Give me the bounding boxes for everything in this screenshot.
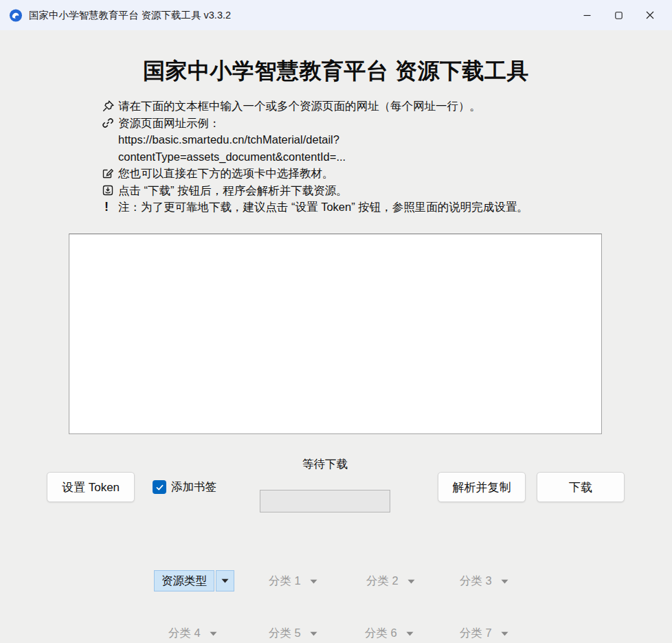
instruction-text: 您也可以直接在下方的选项卡中选择教材。 bbox=[118, 165, 334, 182]
close-button[interactable] bbox=[634, 0, 666, 30]
instruction-text: 资源页面网址示例： bbox=[118, 115, 221, 132]
chevron-down-icon bbox=[210, 631, 217, 636]
instruction-text: 点击 “下载” 按钮后，程序会解析并下载资源。 bbox=[118, 182, 348, 199]
instruction-line: ! 注：为了更可靠地下载，建议点击 “设置 Token” 按钮，参照里面的说明完… bbox=[102, 199, 596, 216]
dropdown-resource-type[interactable]: 资源类型 bbox=[154, 570, 234, 591]
dropdown-category-7-label: 分类 7 bbox=[460, 626, 492, 641]
instruction-line: https://basic.smartedu.cn/tchMaterial/de… bbox=[102, 131, 596, 148]
bookmark-option[interactable]: 添加书签 bbox=[153, 480, 216, 495]
app-window: 国家中小学智慧教育平台 资源下载工具 v3.3.2 国家中小学智慧教育平台 资源… bbox=[0, 0, 672, 643]
instruction-line: 请在下面的文本框中输入一个或多个资源页面的网址（每个网址一行）。 bbox=[102, 98, 596, 115]
example-url-text: contentType=assets_document&contentId=..… bbox=[118, 148, 346, 166]
chevron-down-icon bbox=[501, 579, 508, 584]
exclamation-icon: ! bbox=[102, 199, 118, 215]
dropdown-category-1-label: 分类 1 bbox=[269, 574, 301, 589]
no-icon bbox=[102, 148, 118, 165]
window-title: 国家中小学智慧教育平台 资源下载工具 v3.3.2 bbox=[29, 9, 231, 22]
dropdown-category-2[interactable]: 分类 2 bbox=[366, 573, 415, 589]
dropdown-category-2-label: 分类 2 bbox=[366, 574, 399, 589]
chevron-down-icon bbox=[310, 579, 317, 584]
dropdown-category-5-label: 分类 5 bbox=[269, 626, 301, 641]
app-logo-icon bbox=[9, 8, 23, 23]
no-icon bbox=[102, 131, 118, 148]
dropdown-category-1[interactable]: 分类 1 bbox=[269, 573, 317, 589]
dropdown-category-7[interactable]: 分类 7 bbox=[460, 625, 508, 642]
url-textarea[interactable] bbox=[69, 234, 602, 434]
chevron-down-icon bbox=[407, 579, 415, 584]
instruction-text: 注：为了更可靠地下载，建议点击 “设置 Token” 按钮，参照里面的说明完成设… bbox=[118, 199, 528, 216]
status-label: 等待下载 bbox=[260, 457, 390, 472]
link-icon bbox=[102, 115, 118, 131]
bookmark-checkbox[interactable] bbox=[153, 480, 166, 494]
download-progressbar bbox=[260, 490, 390, 512]
dropdown-category-6-label: 分类 6 bbox=[365, 626, 397, 641]
chevron-down-icon bbox=[501, 631, 508, 636]
dropdown-category-4-label: 分类 4 bbox=[168, 626, 201, 641]
instruction-text: 请在下面的文本框中输入一个或多个资源页面的网址（每个网址一行）。 bbox=[118, 98, 481, 115]
instruction-line: 点击 “下载” 按钮后，程序会解析并下载资源。 bbox=[102, 182, 596, 199]
chevron-down-icon[interactable] bbox=[216, 570, 234, 591]
page-title: 国家中小学智慧教育平台 资源下载工具 bbox=[0, 56, 672, 87]
dropdown-category-6[interactable]: 分类 6 bbox=[365, 625, 414, 642]
instruction-line: 您也可以直接在下方的选项卡中选择教材。 bbox=[102, 165, 596, 182]
minimize-button[interactable] bbox=[571, 0, 603, 30]
memo-icon bbox=[102, 165, 118, 181]
bookmark-label: 添加书签 bbox=[171, 480, 216, 495]
pin-icon bbox=[102, 98, 118, 114]
chevron-down-icon bbox=[310, 631, 317, 636]
download-button[interactable]: 下载 bbox=[537, 472, 625, 502]
parse-copy-button[interactable]: 解析并复制 bbox=[438, 472, 526, 502]
check-icon bbox=[155, 483, 164, 492]
set-token-button[interactable]: 设置 Token bbox=[47, 472, 135, 502]
dropdown-category-3[interactable]: 分类 3 bbox=[460, 573, 508, 589]
example-url-text: https://basic.smartedu.cn/tchMaterial/de… bbox=[118, 131, 339, 148]
chevron-down-icon bbox=[406, 631, 414, 636]
dropdown-category-5[interactable]: 分类 5 bbox=[269, 625, 317, 642]
title-bar[interactable]: 国家中小学智慧教育平台 资源下载工具 v3.3.2 bbox=[0, 0, 672, 30]
caption-buttons bbox=[571, 0, 666, 30]
dropdown-category-4[interactable]: 分类 4 bbox=[168, 625, 217, 642]
download-icon bbox=[102, 182, 118, 199]
instruction-line: 资源页面网址示例： bbox=[102, 115, 596, 132]
maximize-button[interactable] bbox=[603, 0, 634, 30]
instructions-block: 请在下面的文本框中输入一个或多个资源页面的网址（每个网址一行）。 资源页面网址示… bbox=[102, 98, 596, 216]
dropdown-resource-type-label[interactable]: 资源类型 bbox=[154, 570, 214, 591]
instruction-line: contentType=assets_document&contentId=..… bbox=[102, 148, 596, 166]
dropdown-category-3-label: 分类 3 bbox=[460, 574, 492, 589]
